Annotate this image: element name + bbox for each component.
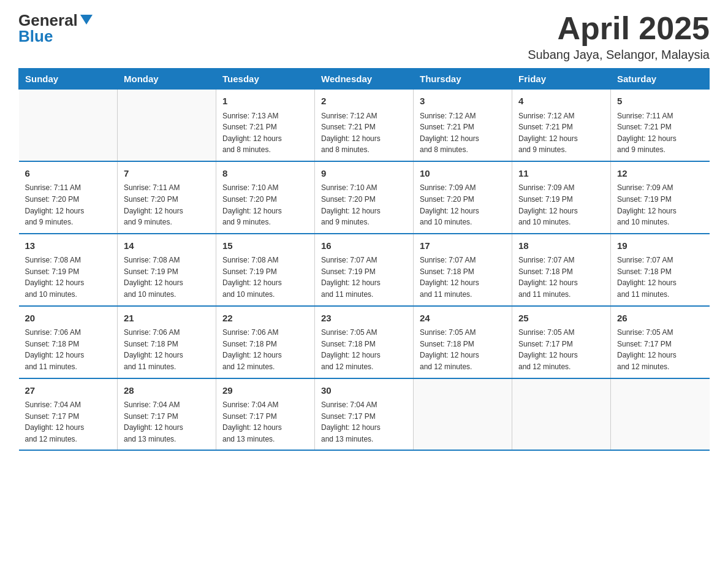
day-number: 2 <box>321 94 407 109</box>
day-info: Sunrise: 7:07 AM Sunset: 7:18 PM Dayligh… <box>617 255 703 300</box>
calendar-cell: 8Sunrise: 7:10 AM Sunset: 7:20 PM Daylig… <box>216 161 315 234</box>
calendar-cell: 28Sunrise: 7:04 AM Sunset: 7:17 PM Dayli… <box>118 378 216 451</box>
day-number: 23 <box>321 312 407 326</box>
weekday-header-thursday: Thursday <box>414 69 512 90</box>
day-number: 3 <box>420 94 506 109</box>
calendar-cell: 25Sunrise: 7:05 AM Sunset: 7:17 PM Dayli… <box>512 306 611 378</box>
calendar-cell: 2Sunrise: 7:12 AM Sunset: 7:21 PM Daylig… <box>315 90 414 161</box>
day-info: Sunrise: 7:05 AM Sunset: 7:18 PM Dayligh… <box>420 327 506 372</box>
day-number: 11 <box>518 167 604 181</box>
calendar-cell: 20Sunrise: 7:06 AM Sunset: 7:18 PM Dayli… <box>19 306 118 378</box>
page-header: General Blue April 2025 Subang Jaya, Sel… <box>18 12 710 62</box>
calendar-cell: 1Sunrise: 7:13 AM Sunset: 7:21 PM Daylig… <box>216 90 315 161</box>
calendar-cell: 9Sunrise: 7:10 AM Sunset: 7:20 PM Daylig… <box>315 161 414 234</box>
calendar-body: 1Sunrise: 7:13 AM Sunset: 7:21 PM Daylig… <box>19 90 710 451</box>
logo: General Blue <box>18 12 93 44</box>
calendar-header: SundayMondayTuesdayWednesdayThursdayFrid… <box>19 69 710 90</box>
day-number: 21 <box>124 312 210 326</box>
calendar-week-3: 13Sunrise: 7:08 AM Sunset: 7:19 PM Dayli… <box>19 234 710 306</box>
location-title: Subang Jaya, Selangor, Malaysia <box>528 48 710 62</box>
calendar-cell <box>19 90 118 161</box>
day-number: 26 <box>617 312 703 326</box>
day-number: 6 <box>25 167 112 181</box>
logo-blue-text: Blue <box>18 28 53 44</box>
weekday-header-sunday: Sunday <box>19 69 118 90</box>
day-number: 12 <box>617 167 703 181</box>
calendar-cell: 22Sunrise: 7:06 AM Sunset: 7:18 PM Dayli… <box>216 306 315 378</box>
calendar-cell: 16Sunrise: 7:07 AM Sunset: 7:19 PM Dayli… <box>315 234 414 306</box>
calendar-cell: 12Sunrise: 7:09 AM Sunset: 7:19 PM Dayli… <box>611 161 710 234</box>
day-info: Sunrise: 7:11 AM Sunset: 7:20 PM Dayligh… <box>25 182 112 228</box>
day-number: 28 <box>124 384 210 398</box>
day-info: Sunrise: 7:08 AM Sunset: 7:19 PM Dayligh… <box>25 255 112 300</box>
calendar-cell: 27Sunrise: 7:04 AM Sunset: 7:17 PM Dayli… <box>19 378 118 451</box>
logo-triangle-icon <box>80 15 93 25</box>
calendar-cell: 26Sunrise: 7:05 AM Sunset: 7:17 PM Dayli… <box>611 306 710 378</box>
calendar-cell: 4Sunrise: 7:12 AM Sunset: 7:21 PM Daylig… <box>512 90 611 161</box>
day-number: 5 <box>617 94 703 109</box>
day-number: 27 <box>25 384 112 398</box>
day-number: 9 <box>321 167 407 181</box>
day-number: 17 <box>420 239 506 253</box>
calendar-cell: 11Sunrise: 7:09 AM Sunset: 7:19 PM Dayli… <box>512 161 611 234</box>
day-info: Sunrise: 7:07 AM Sunset: 7:18 PM Dayligh… <box>518 255 604 300</box>
calendar-cell: 6Sunrise: 7:11 AM Sunset: 7:20 PM Daylig… <box>19 161 118 234</box>
day-info: Sunrise: 7:05 AM Sunset: 7:17 PM Dayligh… <box>617 327 703 372</box>
day-info: Sunrise: 7:11 AM Sunset: 7:21 PM Dayligh… <box>617 110 703 156</box>
day-info: Sunrise: 7:06 AM Sunset: 7:18 PM Dayligh… <box>124 327 210 372</box>
calendar-table: SundayMondayTuesdayWednesdayThursdayFrid… <box>18 68 710 451</box>
calendar-cell: 21Sunrise: 7:06 AM Sunset: 7:18 PM Dayli… <box>118 306 216 378</box>
calendar-cell: 15Sunrise: 7:08 AM Sunset: 7:19 PM Dayli… <box>216 234 315 306</box>
day-info: Sunrise: 7:05 AM Sunset: 7:18 PM Dayligh… <box>321 327 407 372</box>
day-number: 14 <box>124 239 210 253</box>
day-number: 8 <box>222 167 308 181</box>
calendar-week-4: 20Sunrise: 7:06 AM Sunset: 7:18 PM Dayli… <box>19 306 710 378</box>
day-info: Sunrise: 7:12 AM Sunset: 7:21 PM Dayligh… <box>321 110 407 156</box>
day-info: Sunrise: 7:06 AM Sunset: 7:18 PM Dayligh… <box>25 327 112 372</box>
day-info: Sunrise: 7:09 AM Sunset: 7:19 PM Dayligh… <box>617 182 703 228</box>
logo-general-text: General <box>18 12 78 28</box>
calendar-cell <box>118 90 216 161</box>
month-title: April 2025 <box>528 12 710 44</box>
day-number: 25 <box>518 312 604 326</box>
calendar-cell: 23Sunrise: 7:05 AM Sunset: 7:18 PM Dayli… <box>315 306 414 378</box>
day-number: 18 <box>518 239 604 253</box>
weekday-header-tuesday: Tuesday <box>216 69 315 90</box>
calendar-cell: 18Sunrise: 7:07 AM Sunset: 7:18 PM Dayli… <box>512 234 611 306</box>
calendar-cell: 3Sunrise: 7:12 AM Sunset: 7:21 PM Daylig… <box>414 90 512 161</box>
day-number: 4 <box>518 94 604 109</box>
day-info: Sunrise: 7:12 AM Sunset: 7:21 PM Dayligh… <box>518 110 604 156</box>
day-info: Sunrise: 7:04 AM Sunset: 7:17 PM Dayligh… <box>222 399 308 445</box>
calendar-week-1: 1Sunrise: 7:13 AM Sunset: 7:21 PM Daylig… <box>19 90 710 161</box>
day-info: Sunrise: 7:04 AM Sunset: 7:17 PM Dayligh… <box>124 399 210 445</box>
day-info: Sunrise: 7:04 AM Sunset: 7:17 PM Dayligh… <box>25 399 112 445</box>
day-number: 7 <box>124 167 210 181</box>
day-info: Sunrise: 7:13 AM Sunset: 7:21 PM Dayligh… <box>222 110 308 156</box>
calendar-cell: 10Sunrise: 7:09 AM Sunset: 7:20 PM Dayli… <box>414 161 512 234</box>
day-info: Sunrise: 7:10 AM Sunset: 7:20 PM Dayligh… <box>321 182 407 228</box>
calendar-cell: 17Sunrise: 7:07 AM Sunset: 7:18 PM Dayli… <box>414 234 512 306</box>
calendar-cell: 24Sunrise: 7:05 AM Sunset: 7:18 PM Dayli… <box>414 306 512 378</box>
calendar-cell <box>611 378 710 451</box>
day-info: Sunrise: 7:05 AM Sunset: 7:17 PM Dayligh… <box>518 327 604 372</box>
day-info: Sunrise: 7:09 AM Sunset: 7:20 PM Dayligh… <box>420 182 506 228</box>
day-info: Sunrise: 7:07 AM Sunset: 7:18 PM Dayligh… <box>420 255 506 300</box>
day-info: Sunrise: 7:08 AM Sunset: 7:19 PM Dayligh… <box>222 255 308 300</box>
weekday-header-wednesday: Wednesday <box>315 69 414 90</box>
day-info: Sunrise: 7:12 AM Sunset: 7:21 PM Dayligh… <box>420 110 506 156</box>
weekday-row: SundayMondayTuesdayWednesdayThursdayFrid… <box>19 69 710 90</box>
calendar-week-2: 6Sunrise: 7:11 AM Sunset: 7:20 PM Daylig… <box>19 161 710 234</box>
day-info: Sunrise: 7:08 AM Sunset: 7:19 PM Dayligh… <box>124 255 210 300</box>
day-number: 1 <box>222 94 308 109</box>
day-number: 29 <box>222 384 308 398</box>
calendar-week-5: 27Sunrise: 7:04 AM Sunset: 7:17 PM Dayli… <box>19 378 710 451</box>
day-info: Sunrise: 7:09 AM Sunset: 7:19 PM Dayligh… <box>518 182 604 228</box>
day-info: Sunrise: 7:07 AM Sunset: 7:19 PM Dayligh… <box>321 255 407 300</box>
calendar-cell: 30Sunrise: 7:04 AM Sunset: 7:17 PM Dayli… <box>315 378 414 451</box>
calendar-cell: 19Sunrise: 7:07 AM Sunset: 7:18 PM Dayli… <box>611 234 710 306</box>
day-info: Sunrise: 7:10 AM Sunset: 7:20 PM Dayligh… <box>222 182 308 228</box>
day-number: 13 <box>25 239 112 253</box>
calendar-cell: 13Sunrise: 7:08 AM Sunset: 7:19 PM Dayli… <box>19 234 118 306</box>
calendar-cell: 5Sunrise: 7:11 AM Sunset: 7:21 PM Daylig… <box>611 90 710 161</box>
day-number: 30 <box>321 384 407 398</box>
